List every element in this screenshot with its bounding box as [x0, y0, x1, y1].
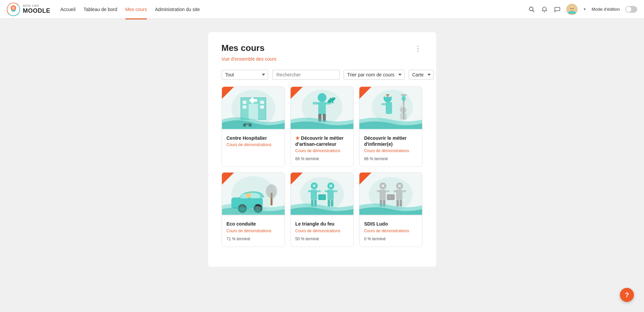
svg-rect-22	[244, 123, 251, 125]
bell-icon[interactable]	[541, 6, 548, 13]
course-category-artisan-carreleur: Cours de démonstrations	[295, 148, 349, 153]
svg-rect-88	[393, 190, 397, 192]
svg-rect-69	[334, 190, 337, 192]
svg-rect-67	[327, 190, 334, 200]
status-filter[interactable]: Tout En cours Terminé Non commencé	[222, 70, 268, 80]
svg-rect-42	[386, 102, 392, 114]
course-thumb-artisan-carreleur	[291, 87, 353, 130]
svg-point-49	[266, 184, 277, 198]
svg-point-44	[400, 107, 407, 113]
brand-logo	[7, 3, 20, 16]
course-grid: Centre Hospitalier Cours de démonstratio…	[222, 86, 423, 247]
nav-administration[interactable]: Administration du site	[155, 5, 200, 13]
course-category-centre-hospitalier: Cours de démonstrations	[227, 142, 280, 147]
edit-mode-label: Mode d'édition	[592, 7, 620, 12]
course-thumb-infirmier	[359, 87, 422, 130]
user-chevron-icon[interactable]: ▼	[583, 7, 586, 11]
brand-logo-link[interactable]: MON LMS MOODLE	[7, 3, 50, 16]
svg-rect-87	[396, 190, 403, 200]
svg-rect-15	[251, 98, 253, 103]
course-body-centre-hospitalier: Centre Hospitalier Cours de démonstratio…	[222, 130, 285, 156]
page-header: Mes cours ⋮	[222, 43, 423, 54]
svg-rect-89	[402, 190, 406, 192]
course-card-infirmier[interactable]: Découvrir le métier d'infirmier(e) Cours…	[359, 86, 422, 167]
course-body-artisan-carreleur: Découvrir le métier d'artisan-carreleur …	[291, 130, 353, 167]
svg-rect-27	[312, 102, 319, 104]
svg-rect-91	[400, 200, 402, 207]
chat-icon[interactable]	[553, 6, 561, 13]
page-title: Mes cours	[222, 43, 265, 53]
filters-bar: Tout En cours Terminé Non commencé Trier…	[222, 70, 423, 80]
brand-bottom: MOODLE	[23, 8, 50, 14]
svg-rect-93	[388, 195, 394, 199]
svg-rect-71	[331, 200, 333, 207]
course-body-infirmier: Découvrir le métier d'infirmier(e) Cours…	[359, 130, 422, 167]
svg-point-8	[572, 8, 573, 9]
user-avatar[interactable]	[566, 4, 578, 15]
svg-rect-36	[401, 95, 407, 96]
course-card-artisan-carreleur[interactable]: Découvrir le métier d'artisan-carreleur …	[290, 86, 354, 167]
course-progress-artisan-carreleur: 66 % terminé	[295, 157, 349, 161]
navbar: MON LMS MOODLE Accueil Tableau de bord M…	[0, 0, 644, 19]
svg-rect-73	[319, 195, 325, 199]
course-category-triangle-feu: Cours de démonstrations	[295, 229, 349, 233]
svg-rect-16	[242, 101, 246, 104]
course-card-eco-conduite[interactable]: Eco conduite Cours de démonstrations 71 …	[222, 172, 285, 247]
svg-rect-62	[308, 190, 311, 192]
svg-rect-83	[386, 190, 390, 192]
nav-accueil[interactable]: Accueil	[60, 5, 75, 13]
navbar-right: ▼ Mode d'édition	[528, 4, 637, 15]
course-thumb-centre-hospitalier	[222, 87, 285, 130]
course-body-triangle-feu: Le triangle du feu Cours de démonstratio…	[291, 216, 353, 246]
course-card-sdis-ludo[interactable]: SDIS Ludo Cours de démonstrations 0 % te…	[359, 172, 422, 247]
course-name-sdis-ludo: SDIS Ludo	[364, 221, 417, 227]
course-name-eco-conduite: Eco conduite	[227, 221, 280, 227]
course-thumb-sdis-ludo	[359, 173, 422, 216]
page-menu-icon[interactable]: ⋮	[413, 43, 423, 54]
edit-mode-toggle[interactable]	[625, 6, 637, 13]
sort-filter[interactable]: Trier par nom de cours Trier par date	[344, 70, 405, 80]
course-progress-triangle-feu: 50 % terminé	[295, 237, 349, 241]
nav-mes-cours[interactable]: Mes cours	[125, 5, 147, 13]
svg-rect-19	[260, 106, 264, 109]
svg-rect-18	[260, 101, 264, 104]
course-category-infirmier: Cours de démonstrations	[364, 148, 417, 153]
course-progress-infirmier: 66 % terminé	[364, 157, 417, 161]
svg-rect-63	[317, 190, 321, 192]
course-thumb-triangle-feu	[291, 173, 353, 216]
course-name-centre-hospitalier: Centre Hospitalier	[227, 135, 280, 141]
course-name-artisan-carreleur: Découvrir le métier d'artisan-carreleur	[295, 135, 349, 147]
svg-rect-43	[382, 103, 387, 105]
svg-point-7	[570, 8, 571, 9]
course-card-triangle-feu[interactable]: Le triangle du feu Cours de démonstratio…	[290, 172, 354, 247]
search-icon[interactable]	[528, 6, 535, 13]
navbar-nav: Accueil Tableau de bord Mes cours Admini…	[60, 5, 528, 13]
view-filter[interactable]: Carte Liste	[409, 70, 434, 80]
svg-rect-13	[248, 104, 258, 120]
course-body-sdis-ludo: SDIS Ludo Cours de démonstrations 0 % te…	[359, 216, 422, 246]
help-button[interactable]: ?	[620, 288, 634, 302]
search-input[interactable]	[272, 70, 340, 80]
svg-rect-52	[250, 194, 259, 199]
svg-point-57	[246, 193, 251, 198]
course-progress-sdis-ludo: 0 % terminé	[364, 237, 417, 241]
svg-rect-68	[325, 190, 328, 192]
svg-rect-90	[397, 200, 399, 207]
svg-rect-61	[311, 190, 317, 200]
svg-line-4	[532, 10, 534, 12]
page-subtitle: Vue d'ensemble des cours	[222, 56, 423, 62]
course-body-eco-conduite: Eco conduite Cours de démonstrations 71 …	[222, 216, 285, 246]
svg-rect-81	[379, 190, 386, 200]
course-progress-eco-conduite: 71 % terminé	[227, 237, 280, 241]
course-card-centre-hospitalier[interactable]: Centre Hospitalier Cours de démonstratio…	[222, 86, 285, 167]
main-content: Mes cours ⋮ Vue d'ensemble des cours Tou…	[0, 19, 644, 280]
nav-tableau-de-bord[interactable]: Tableau de bord	[83, 5, 117, 13]
course-category-sdis-ludo: Cours de démonstrations	[364, 229, 417, 233]
course-thumb-eco-conduite	[222, 173, 285, 216]
svg-point-37	[402, 96, 406, 102]
svg-rect-82	[377, 190, 380, 192]
svg-point-2	[12, 6, 15, 10]
svg-rect-17	[242, 106, 246, 109]
svg-point-25	[317, 93, 326, 102]
course-category-eco-conduite: Cours de démonstrations	[227, 229, 280, 233]
